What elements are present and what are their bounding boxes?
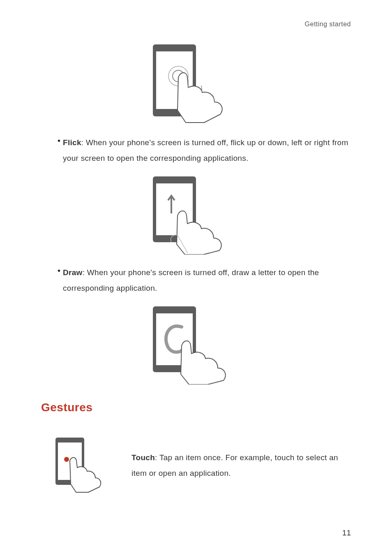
gestures-section-title: Gestures (41, 401, 351, 414)
touch-text: : Tap an item once. For example, touch t… (131, 453, 338, 477)
draw-bullet-item: • Draw: When your phone's screen is turn… (58, 265, 351, 296)
flick-text: : When your phone's screen is turned off… (63, 138, 348, 162)
double-tap-gesture-icon (149, 42, 243, 125)
bullet-icon: • (58, 265, 60, 296)
flick-bullet-item: • Flick: When your phone's screen is tur… (58, 135, 351, 166)
flick-gesture-icon (149, 174, 243, 255)
draw-label: Draw (63, 268, 83, 277)
page-number: 11 (342, 528, 351, 537)
draw-text: : When your phone's screen is turned off… (63, 268, 319, 292)
touch-illustration (53, 437, 119, 494)
touch-gesture-row: Touch: Tap an item once. For example, to… (53, 437, 351, 494)
bullet-icon: • (58, 135, 60, 166)
svg-point-11 (64, 457, 69, 462)
flick-label: Flick (63, 138, 81, 147)
draw-illustration (41, 304, 351, 385)
draw-gesture-icon (149, 304, 243, 385)
touch-gesture-icon (53, 437, 119, 494)
double-tap-illustration (41, 42, 351, 125)
page-header: Getting started (41, 21, 351, 28)
flick-illustration (41, 174, 351, 255)
touch-label: Touch (131, 453, 155, 462)
